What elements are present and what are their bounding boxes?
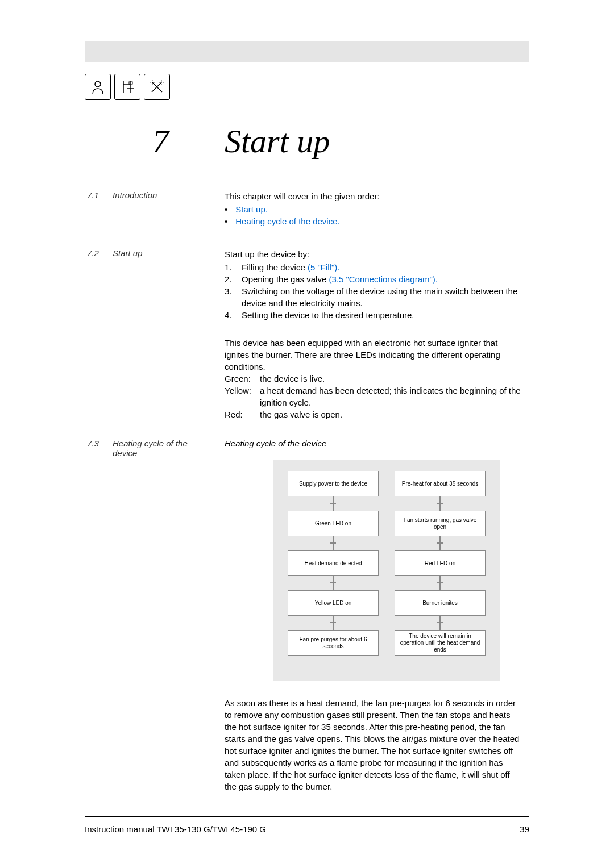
chapter-title: Start up — [225, 122, 330, 160]
section-label: Heating cycle of the device — [113, 439, 198, 458]
section-text: This chapter will cover in the given ord… — [225, 190, 380, 230]
led-yellow: Yellow:a heat demand has been detected; … — [225, 385, 523, 408]
igniter-paragraph: This device has been equipped with an el… — [225, 337, 523, 373]
led-red: Red:the gas valve is open. — [225, 408, 523, 420]
section-label: Introduction — [113, 190, 198, 200]
step-num: 3. — [225, 285, 242, 309]
flow-box: Red LED on — [395, 550, 486, 576]
flow-connector — [333, 536, 334, 550]
section-text: Start up the device by: 1.Filling the de… — [225, 248, 523, 420]
flow-box: Heat demand detected — [288, 550, 379, 576]
section-label: Start up — [113, 248, 198, 258]
step-text: Filling the device (5 "Fill"). — [242, 261, 339, 273]
intro-line: Start up the device by: — [225, 248, 523, 260]
intro-line: This chapter will cover in the given ord… — [225, 190, 380, 202]
section-7-1: 7.1 Introduction This chapter will cover… — [0, 190, 614, 230]
flow-connector — [439, 576, 441, 590]
flow-connector — [333, 496, 334, 511]
flow-box: Fan pre-purges for about 6 seconds — [288, 630, 379, 656]
flow-connector — [439, 616, 441, 630]
step-text: Switching on the voltage of the device u… — [242, 285, 523, 309]
diagram-caption: Heating cycle of the device — [225, 439, 614, 448]
numbered-list: 1.Filling the device (5 "Fill"). 2.Openi… — [225, 261, 523, 321]
tools-icon — [144, 74, 170, 100]
link-startup[interactable]: Start up. — [235, 205, 268, 214]
footer-page-number: 39 — [520, 824, 529, 834]
section-7-2: 7.2 Start up Start up the device by: 1.F… — [0, 248, 614, 420]
flow-connector — [333, 576, 334, 590]
flow-box: Yellow LED on — [288, 590, 379, 616]
led-green: Green:the device is live. — [225, 373, 523, 385]
body: 7.1 Introduction This chapter will cover… — [0, 190, 614, 811]
flow-connector — [439, 536, 441, 550]
flow-box: Supply power to the device — [288, 471, 379, 496]
link-heating-cycle[interactable]: Heating cycle of the device. — [235, 216, 339, 226]
footer-doc-title: Instruction manual TWI 35-130 G/TWI 45-1… — [85, 824, 266, 834]
heating-cycle-description: As soon as there is a heat demand, the f… — [225, 697, 523, 792]
footer-rule — [85, 816, 529, 817]
user-icon — [85, 74, 111, 100]
flow-box: Pre-heat for about 35 seconds — [395, 471, 486, 496]
flow-column-right: Pre-heat for about 35 seconds Fan starts… — [395, 471, 486, 656]
piping-icon — [114, 74, 140, 100]
step-text: Setting the device to the desired temper… — [242, 309, 414, 321]
flow-box: Fan starts running, gas valve open — [395, 511, 486, 536]
step-num: 4. — [225, 309, 242, 321]
step-num: 2. — [225, 273, 242, 285]
role-icons — [85, 74, 170, 100]
flow-connector — [439, 496, 441, 511]
link-fill[interactable]: (5 "Fill"). — [308, 262, 339, 272]
bullet-list: Start up. Heating cycle of the device. — [225, 203, 380, 227]
flow-column-left: Supply power to the device Green LED on … — [288, 471, 379, 656]
svg-point-0 — [95, 81, 101, 87]
flow-box: The device will remain in operation unti… — [395, 630, 486, 656]
flow-box: Burner ignites — [395, 590, 486, 616]
step-num: 1. — [225, 261, 242, 273]
heating-cycle-diagram: Supply power to the device Green LED on … — [273, 460, 500, 681]
flow-connector — [333, 616, 334, 630]
section-num: 7.1 — [87, 190, 99, 200]
section-num: 7.3 — [87, 439, 99, 448]
header-bar — [85, 41, 529, 62]
flow-box: Green LED on — [288, 511, 379, 536]
section-7-3: 7.3 Heating cycle of the device Heating … — [0, 439, 614, 792]
step-text: Opening the gas valve (3.5 "Connections … — [242, 273, 438, 285]
section-num: 7.2 — [87, 248, 99, 258]
link-connections[interactable]: (3.5 "Connections diagram"). — [329, 274, 438, 284]
chapter-number: 7 — [152, 122, 169, 160]
